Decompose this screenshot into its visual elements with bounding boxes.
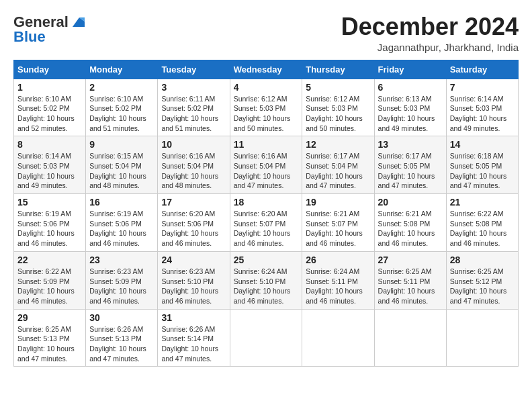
day-info: Sunrise: 6:25 AM Sunset: 5:11 PM Dayligh…	[378, 267, 443, 306]
header-monday: Monday	[86, 60, 158, 79]
day-cell	[446, 309, 518, 367]
day-cell: 28 Sunrise: 6:25 AM Sunset: 5:12 PM Dayl…	[446, 251, 518, 309]
day-info: Sunrise: 6:12 AM Sunset: 5:03 PM Dayligh…	[234, 94, 299, 134]
day-info: Sunrise: 6:10 AM Sunset: 5:02 PM Dayligh…	[89, 94, 154, 134]
location: Jagannathpur, Jharkhand, India	[341, 42, 519, 53]
day-info: Sunrise: 6:26 AM Sunset: 5:14 PM Dayligh…	[161, 324, 226, 364]
day-number: 5	[306, 82, 370, 93]
logo: General Blue	[13, 13, 85, 46]
day-info: Sunrise: 6:15 AM Sunset: 5:04 PM Dayligh…	[89, 151, 154, 191]
day-cell: 10 Sunrise: 6:16 AM Sunset: 5:04 PM Dayl…	[158, 136, 230, 194]
day-info: Sunrise: 6:24 AM Sunset: 5:10 PM Dayligh…	[234, 267, 299, 306]
header-sunday: Sunday	[14, 60, 86, 79]
day-number: 26	[306, 255, 370, 265]
day-cell: 11 Sunrise: 6:16 AM Sunset: 5:04 PM Dayl…	[230, 136, 302, 194]
day-info: Sunrise: 6:26 AM Sunset: 5:13 PM Dayligh…	[89, 324, 154, 364]
day-cell: 31 Sunrise: 6:26 AM Sunset: 5:14 PM Dayl…	[158, 309, 230, 367]
day-cell: 19 Sunrise: 6:21 AM Sunset: 5:07 PM Dayl…	[302, 194, 374, 252]
day-info: Sunrise: 6:19 AM Sunset: 5:06 PM Dayligh…	[89, 209, 154, 248]
day-number: 11	[234, 139, 299, 150]
day-cell: 27 Sunrise: 6:25 AM Sunset: 5:11 PM Dayl…	[374, 251, 446, 309]
day-info: Sunrise: 6:12 AM Sunset: 5:03 PM Dayligh…	[306, 94, 370, 134]
day-cell: 21 Sunrise: 6:22 AM Sunset: 5:08 PM Dayl…	[446, 194, 518, 252]
day-info: Sunrise: 6:21 AM Sunset: 5:07 PM Dayligh…	[306, 209, 370, 248]
day-cell: 18 Sunrise: 6:20 AM Sunset: 5:07 PM Dayl…	[230, 194, 302, 252]
week-row-3: 15 Sunrise: 6:19 AM Sunset: 5:06 PM Dayl…	[14, 194, 519, 252]
day-number: 12	[306, 139, 370, 150]
day-cell	[374, 309, 446, 367]
day-number: 20	[378, 197, 443, 208]
day-info: Sunrise: 6:25 AM Sunset: 5:13 PM Dayligh…	[17, 324, 82, 364]
header-wednesday: Wednesday	[230, 60, 302, 79]
day-number: 7	[450, 82, 515, 93]
day-number: 21	[450, 197, 515, 208]
day-number: 4	[234, 82, 299, 93]
week-row-1: 1 Sunrise: 6:10 AM Sunset: 5:02 PM Dayli…	[14, 79, 519, 136]
day-info: Sunrise: 6:19 AM Sunset: 5:06 PM Dayligh…	[17, 209, 82, 248]
day-info: Sunrise: 6:25 AM Sunset: 5:12 PM Dayligh…	[450, 267, 515, 306]
day-cell: 7 Sunrise: 6:14 AM Sunset: 5:03 PM Dayli…	[446, 79, 518, 136]
day-number: 29	[17, 312, 82, 323]
day-number: 23	[89, 255, 154, 265]
day-number: 28	[450, 255, 515, 265]
header-tuesday: Tuesday	[158, 60, 230, 79]
calendar-table: SundayMondayTuesdayWednesdayThursdayFrid…	[13, 60, 519, 367]
day-cell: 23 Sunrise: 6:23 AM Sunset: 5:09 PM Dayl…	[86, 251, 158, 309]
day-info: Sunrise: 6:22 AM Sunset: 5:08 PM Dayligh…	[450, 209, 515, 248]
day-cell: 15 Sunrise: 6:19 AM Sunset: 5:06 PM Dayl…	[14, 194, 86, 252]
day-info: Sunrise: 6:20 AM Sunset: 5:07 PM Dayligh…	[234, 209, 299, 248]
day-info: Sunrise: 6:17 AM Sunset: 5:04 PM Dayligh…	[306, 151, 370, 191]
day-cell: 30 Sunrise: 6:26 AM Sunset: 5:13 PM Dayl…	[86, 309, 158, 367]
day-number: 16	[89, 197, 154, 208]
day-number: 8	[17, 139, 82, 150]
header-friday: Friday	[374, 60, 446, 79]
day-info: Sunrise: 6:24 AM Sunset: 5:11 PM Dayligh…	[306, 267, 370, 306]
page-header: General Blue December 2024 Jagannathpur,…	[13, 13, 519, 53]
day-cell: 5 Sunrise: 6:12 AM Sunset: 5:03 PM Dayli…	[302, 79, 374, 136]
day-cell	[230, 309, 302, 367]
day-info: Sunrise: 6:22 AM Sunset: 5:09 PM Dayligh…	[17, 267, 82, 306]
day-info: Sunrise: 6:18 AM Sunset: 5:05 PM Dayligh…	[450, 151, 515, 191]
day-info: Sunrise: 6:17 AM Sunset: 5:05 PM Dayligh…	[378, 151, 443, 191]
logo-icon	[70, 15, 85, 30]
day-cell: 13 Sunrise: 6:17 AM Sunset: 5:05 PM Dayl…	[374, 136, 446, 194]
day-cell: 4 Sunrise: 6:12 AM Sunset: 5:03 PM Dayli…	[230, 79, 302, 136]
day-number: 1	[17, 82, 82, 93]
day-cell: 3 Sunrise: 6:11 AM Sunset: 5:02 PM Dayli…	[158, 79, 230, 136]
day-info: Sunrise: 6:16 AM Sunset: 5:04 PM Dayligh…	[161, 151, 226, 191]
day-number: 31	[161, 312, 226, 323]
day-cell: 8 Sunrise: 6:14 AM Sunset: 5:03 PM Dayli…	[14, 136, 86, 194]
day-number: 6	[378, 82, 443, 93]
week-row-5: 29 Sunrise: 6:25 AM Sunset: 5:13 PM Dayl…	[14, 309, 519, 367]
day-number: 30	[89, 312, 154, 323]
day-cell: 1 Sunrise: 6:10 AM Sunset: 5:02 PM Dayli…	[14, 79, 86, 136]
day-cell: 22 Sunrise: 6:22 AM Sunset: 5:09 PM Dayl…	[14, 251, 86, 309]
week-row-2: 8 Sunrise: 6:14 AM Sunset: 5:03 PM Dayli…	[14, 136, 519, 194]
day-number: 25	[234, 255, 299, 265]
day-number: 22	[17, 255, 82, 265]
day-cell: 14 Sunrise: 6:18 AM Sunset: 5:05 PM Dayl…	[446, 136, 518, 194]
day-cell: 24 Sunrise: 6:23 AM Sunset: 5:10 PM Dayl…	[158, 251, 230, 309]
day-number: 14	[450, 139, 515, 150]
header-saturday: Saturday	[446, 60, 518, 79]
header-thursday: Thursday	[302, 60, 374, 79]
day-cell: 25 Sunrise: 6:24 AM Sunset: 5:10 PM Dayl…	[230, 251, 302, 309]
day-number: 15	[17, 197, 82, 208]
day-cell: 9 Sunrise: 6:15 AM Sunset: 5:04 PM Dayli…	[86, 136, 158, 194]
day-info: Sunrise: 6:23 AM Sunset: 5:10 PM Dayligh…	[161, 267, 226, 306]
title-block: December 2024 Jagannathpur, Jharkhand, I…	[341, 13, 519, 53]
day-number: 19	[306, 197, 370, 208]
day-number: 13	[378, 139, 443, 150]
day-cell: 29 Sunrise: 6:25 AM Sunset: 5:13 PM Dayl…	[14, 309, 86, 367]
day-info: Sunrise: 6:16 AM Sunset: 5:04 PM Dayligh…	[234, 151, 299, 191]
logo-blue: Blue	[13, 28, 46, 46]
day-number: 3	[161, 82, 226, 93]
month-title: December 2024	[341, 13, 519, 40]
calendar-header-row: SundayMondayTuesdayWednesdayThursdayFrid…	[14, 60, 519, 79]
day-cell: 6 Sunrise: 6:13 AM Sunset: 5:03 PM Dayli…	[374, 79, 446, 136]
day-cell: 16 Sunrise: 6:19 AM Sunset: 5:06 PM Dayl…	[86, 194, 158, 252]
day-info: Sunrise: 6:14 AM Sunset: 5:03 PM Dayligh…	[17, 151, 82, 191]
day-info: Sunrise: 6:11 AM Sunset: 5:02 PM Dayligh…	[161, 94, 226, 134]
day-info: Sunrise: 6:13 AM Sunset: 5:03 PM Dayligh…	[378, 94, 443, 134]
day-number: 24	[161, 255, 226, 265]
